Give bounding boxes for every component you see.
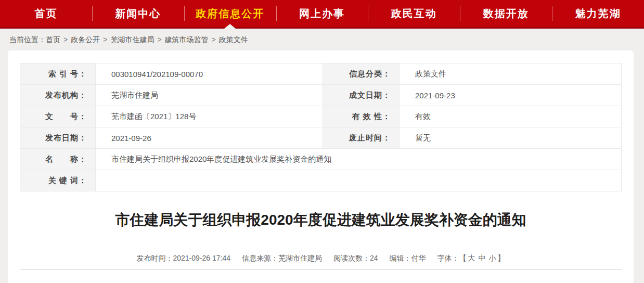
breadcrumb-link[interactable]: 建筑市场监管	[165, 35, 209, 44]
article-meta-item: 阅读次数：24	[333, 254, 378, 262]
meta-table-row: 关 键 词：	[20, 170, 622, 191]
content-panel: 索 引 号：003010941/202109-00070信息分类：政策文件发布机…	[8, 50, 634, 283]
breadcrumb-link[interactable]: 政务公开	[71, 35, 100, 44]
nav-item-label: 魅力芜湖	[575, 7, 621, 21]
meta-label: 发布机构：	[20, 85, 96, 106]
meta-label: 信息分类：	[323, 63, 400, 85]
breadcrumb-separator: >	[212, 35, 216, 44]
nav-item[interactable]: 新闻中心	[92, 0, 184, 27]
main-nav: 首页新闻中心政府信息公开网上办事政民互动数据开放魅力芜湖	[0, 0, 644, 29]
active-tab-pointer-icon	[224, 24, 236, 29]
nav-item-label: 网上办事	[299, 7, 345, 21]
breadcrumb-separator: >	[63, 35, 68, 44]
meta-value: 芜湖市住建局	[96, 85, 323, 106]
page-title: 市住建局关于组织申报2020年度促进建筑业发展奖补资金的通知	[39, 210, 602, 230]
nav-item-label: 政民互动	[391, 7, 437, 21]
nav-item-label: 政府信息公开	[196, 7, 264, 21]
nav-item-label: 首页	[34, 7, 57, 21]
font-size-option[interactable]: 小	[489, 254, 496, 262]
meta-label: 成文日期：	[323, 85, 400, 106]
font-size-option[interactable]: 大	[468, 254, 475, 262]
meta-value: 市住建局关于组织申报2020年度促进建筑业发展奖补资金的通知	[96, 149, 622, 170]
meta-table-row: 名 称：市住建局关于组织申报2020年度促进建筑业发展奖补资金的通知	[20, 149, 622, 170]
nav-item[interactable]: 政民互动	[368, 0, 460, 27]
meta-value	[96, 170, 622, 191]
breadcrumb-separator: >	[103, 35, 107, 44]
article-meta: 发布时间：2021-09-26 17:44信息来源：芜湖市住建局阅读次数：24编…	[8, 254, 634, 263]
meta-label: 文 号：	[20, 106, 96, 127]
article-meta-item: 发布时间：2021-09-26 17:44	[136, 254, 230, 262]
breadcrumb-link[interactable]: 政策文件	[219, 35, 248, 44]
nav-item-label: 数据开放	[483, 7, 529, 21]
font-size-option[interactable]: 中	[479, 254, 486, 262]
article-meta-item: 编辑：付华	[390, 254, 426, 262]
meta-value: 2021-09-26	[96, 127, 323, 149]
meta-label: 索 引 号：	[20, 63, 96, 85]
meta-value: 003010941/202109-00070	[96, 63, 323, 85]
meta-table-row: 发布机构：芜湖市住建局成文日期：2021-09-23	[20, 85, 622, 106]
meta-label: 关 键 词：	[20, 170, 96, 191]
nav-item-label: 新闻中心	[115, 7, 161, 21]
meta-label: 名 称：	[20, 149, 96, 170]
meta-table-row: 文 号：芜市建函〔2021〕128号有 效 性：有效	[20, 106, 622, 127]
meta-value: 政策文件	[400, 63, 622, 85]
breadcrumb-separator: >	[157, 35, 161, 44]
breadcrumb-link[interactable]: 芜湖市住建局	[110, 35, 154, 44]
meta-table-body: 索 引 号：003010941/202109-00070信息分类：政策文件发布机…	[20, 63, 622, 191]
meta-label: 发布日期：	[20, 127, 96, 149]
nav-item[interactable]: 网上办事	[276, 0, 368, 27]
font-size-label: 字体：【	[437, 254, 467, 262]
breadcrumb-label: 当前位置：	[9, 35, 46, 44]
content-divider	[20, 269, 622, 283]
breadcrumb-link[interactable]: 首页	[46, 35, 60, 44]
nav-item[interactable]: 政府信息公开	[184, 0, 276, 27]
font-size-bracket: 】	[498, 254, 505, 262]
meta-value: 芜市建函〔2021〕128号	[96, 106, 323, 127]
nav-item[interactable]: 首页	[0, 0, 92, 27]
meta-label: 废止时间：	[323, 127, 400, 149]
meta-value: 暂无	[400, 127, 622, 149]
meta-table-row: 发布日期：2021-09-26废止时间：暂无	[20, 127, 622, 149]
meta-value: 有效	[400, 106, 622, 127]
nav-item[interactable]: 魅力芜湖	[552, 0, 644, 27]
meta-table-row: 索 引 号：003010941/202109-00070信息分类：政策文件	[20, 63, 622, 85]
meta-label: 有 效 性：	[323, 106, 400, 127]
font-size-control: 字体：【大中小】	[437, 254, 505, 262]
article-meta-item: 信息来源：芜湖市住建局	[242, 254, 322, 262]
meta-value: 2021-09-23	[400, 85, 622, 106]
nav-item[interactable]: 数据开放	[460, 0, 552, 27]
meta-table: 索 引 号：003010941/202109-00070信息分类：政策文件发布机…	[20, 63, 622, 191]
breadcrumb: 当前位置：首页>政务公开>芜湖市住建局>建筑市场监管>政策文件	[0, 29, 644, 50]
